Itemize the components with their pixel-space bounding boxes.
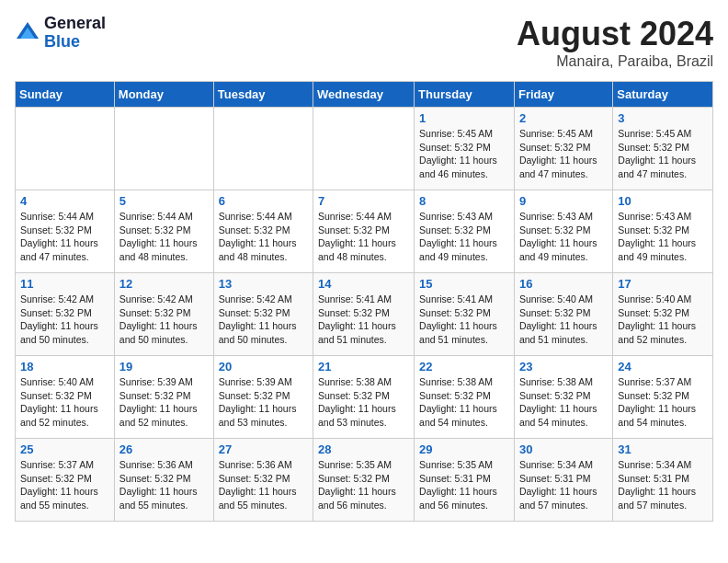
day-info: Sunrise: 5:35 AMSunset: 5:31 PMDaylight:… — [419, 458, 509, 512]
calendar-cell: 23Sunrise: 5:38 AMSunset: 5:32 PMDayligh… — [514, 356, 612, 439]
calendar-cell — [313, 108, 415, 190]
calendar-cell — [213, 108, 313, 190]
calendar-cell: 13Sunrise: 5:42 AMSunset: 5:32 PMDayligh… — [213, 273, 313, 356]
day-number: 26 — [119, 442, 209, 456]
day-info: Sunrise: 5:41 AMSunset: 5:32 PMDaylight:… — [318, 293, 409, 347]
day-info: Sunrise: 5:44 AMSunset: 5:32 PMDaylight:… — [119, 210, 209, 264]
calendar-cell: 31Sunrise: 5:34 AMSunset: 5:31 PMDayligh… — [613, 439, 713, 522]
day-number: 20 — [219, 360, 308, 373]
calendar-week-row: 25Sunrise: 5:37 AMSunset: 5:32 PMDayligh… — [16, 439, 713, 522]
day-number: 30 — [519, 442, 608, 456]
calendar-table: SundayMondayTuesdayWednesdayThursdayFrid… — [15, 81, 713, 522]
day-info: Sunrise: 5:45 AMSunset: 5:32 PMDaylight:… — [419, 127, 509, 181]
logo-icon — [15, 20, 40, 46]
day-info: Sunrise: 5:42 AMSunset: 5:32 PMDaylight:… — [219, 293, 308, 347]
weekday-header-row: SundayMondayTuesdayWednesdayThursdayFrid… — [16, 82, 713, 108]
weekday-header-monday: Monday — [114, 82, 213, 108]
day-info: Sunrise: 5:36 AMSunset: 5:32 PMDaylight:… — [119, 458, 209, 512]
day-info: Sunrise: 5:42 AMSunset: 5:32 PMDaylight:… — [119, 293, 209, 347]
day-info: Sunrise: 5:40 AMSunset: 5:32 PMDaylight:… — [519, 293, 608, 347]
calendar-cell: 1Sunrise: 5:45 AMSunset: 5:32 PMDaylight… — [415, 108, 515, 190]
day-number: 24 — [618, 360, 708, 373]
calendar-cell: 2Sunrise: 5:45 AMSunset: 5:32 PMDaylight… — [514, 108, 612, 190]
day-info: Sunrise: 5:44 AMSunset: 5:32 PMDaylight:… — [318, 210, 409, 264]
day-number: 5 — [119, 194, 209, 208]
day-number: 9 — [519, 194, 608, 208]
day-info: Sunrise: 5:40 AMSunset: 5:32 PMDaylight:… — [20, 375, 109, 430]
calendar-cell: 20Sunrise: 5:39 AMSunset: 5:32 PMDayligh… — [213, 356, 313, 439]
day-info: Sunrise: 5:35 AMSunset: 5:32 PMDaylight:… — [318, 458, 409, 512]
day-info: Sunrise: 5:45 AMSunset: 5:32 PMDaylight:… — [519, 127, 608, 181]
calendar-cell: 6Sunrise: 5:44 AMSunset: 5:32 PMDaylight… — [213, 190, 313, 273]
day-info: Sunrise: 5:36 AMSunset: 5:32 PMDaylight:… — [219, 458, 308, 512]
logo-general: General — [44, 15, 106, 33]
day-info: Sunrise: 5:45 AMSunset: 5:32 PMDaylight:… — [618, 127, 708, 181]
calendar-cell: 8Sunrise: 5:43 AMSunset: 5:32 PMDaylight… — [415, 190, 515, 273]
day-number: 27 — [219, 442, 308, 456]
day-info: Sunrise: 5:37 AMSunset: 5:32 PMDaylight:… — [20, 458, 109, 512]
day-info: Sunrise: 5:39 AMSunset: 5:32 PMDaylight:… — [219, 375, 308, 430]
month-year-title: August 2024 — [517, 15, 713, 53]
calendar-cell: 14Sunrise: 5:41 AMSunset: 5:32 PMDayligh… — [313, 273, 415, 356]
weekday-header-thursday: Thursday — [415, 82, 515, 108]
day-number: 31 — [618, 442, 708, 456]
calendar-cell: 19Sunrise: 5:39 AMSunset: 5:32 PMDayligh… — [114, 356, 213, 439]
day-info: Sunrise: 5:44 AMSunset: 5:32 PMDaylight:… — [219, 210, 308, 264]
day-info: Sunrise: 5:44 AMSunset: 5:32 PMDaylight:… — [20, 210, 109, 264]
logo-blue: Blue — [44, 33, 106, 52]
calendar-cell: 3Sunrise: 5:45 AMSunset: 5:32 PMDaylight… — [613, 108, 713, 190]
day-info: Sunrise: 5:43 AMSunset: 5:32 PMDaylight:… — [419, 210, 509, 264]
day-number: 23 — [519, 360, 608, 373]
day-info: Sunrise: 5:38 AMSunset: 5:32 PMDaylight:… — [419, 375, 509, 430]
day-number: 10 — [618, 194, 708, 208]
weekday-header-wednesday: Wednesday — [313, 82, 415, 108]
title-block: August 2024 Manaira, Paraiba, Brazil — [517, 15, 713, 70]
day-number: 6 — [219, 194, 308, 208]
calendar-week-row: 4Sunrise: 5:44 AMSunset: 5:32 PMDaylight… — [16, 190, 713, 273]
day-number: 16 — [519, 277, 608, 291]
day-number: 15 — [419, 277, 509, 291]
calendar-cell: 25Sunrise: 5:37 AMSunset: 5:32 PMDayligh… — [16, 439, 115, 522]
logo: General Blue — [15, 15, 106, 52]
calendar-cell: 27Sunrise: 5:36 AMSunset: 5:32 PMDayligh… — [213, 439, 313, 522]
day-info: Sunrise: 5:34 AMSunset: 5:31 PMDaylight:… — [618, 458, 708, 512]
weekday-header-friday: Friday — [514, 82, 612, 108]
day-number: 22 — [419, 360, 509, 373]
day-number: 12 — [119, 277, 209, 291]
weekday-header-tuesday: Tuesday — [213, 82, 313, 108]
calendar-cell: 17Sunrise: 5:40 AMSunset: 5:32 PMDayligh… — [613, 273, 713, 356]
day-info: Sunrise: 5:43 AMSunset: 5:32 PMDaylight:… — [618, 210, 708, 264]
calendar-cell: 12Sunrise: 5:42 AMSunset: 5:32 PMDayligh… — [114, 273, 213, 356]
calendar-cell: 10Sunrise: 5:43 AMSunset: 5:32 PMDayligh… — [613, 190, 713, 273]
calendar-cell: 21Sunrise: 5:38 AMSunset: 5:32 PMDayligh… — [313, 356, 415, 439]
calendar-cell: 9Sunrise: 5:43 AMSunset: 5:32 PMDaylight… — [514, 190, 612, 273]
day-number: 13 — [219, 277, 308, 291]
calendar-cell: 15Sunrise: 5:41 AMSunset: 5:32 PMDayligh… — [415, 273, 515, 356]
day-number: 8 — [419, 194, 509, 208]
calendar-cell: 4Sunrise: 5:44 AMSunset: 5:32 PMDaylight… — [16, 190, 115, 273]
calendar-week-row: 1Sunrise: 5:45 AMSunset: 5:32 PMDaylight… — [16, 108, 713, 190]
logo-text: General Blue — [44, 15, 106, 52]
day-number: 2 — [519, 111, 608, 125]
calendar-cell: 5Sunrise: 5:44 AMSunset: 5:32 PMDaylight… — [114, 190, 213, 273]
day-number: 3 — [618, 111, 708, 125]
calendar-week-row: 18Sunrise: 5:40 AMSunset: 5:32 PMDayligh… — [16, 356, 713, 439]
day-number: 14 — [318, 277, 409, 291]
calendar-week-row: 11Sunrise: 5:42 AMSunset: 5:32 PMDayligh… — [16, 273, 713, 356]
calendar-cell: 24Sunrise: 5:37 AMSunset: 5:32 PMDayligh… — [613, 356, 713, 439]
day-number: 1 — [419, 111, 509, 125]
calendar-cell — [16, 108, 115, 190]
day-number: 28 — [318, 442, 409, 456]
calendar-cell: 30Sunrise: 5:34 AMSunset: 5:31 PMDayligh… — [514, 439, 612, 522]
calendar-cell: 16Sunrise: 5:40 AMSunset: 5:32 PMDayligh… — [514, 273, 612, 356]
day-number: 21 — [318, 360, 409, 373]
calendar-cell — [114, 108, 213, 190]
day-number: 19 — [119, 360, 209, 373]
day-number: 25 — [20, 442, 109, 456]
day-info: Sunrise: 5:43 AMSunset: 5:32 PMDaylight:… — [519, 210, 608, 264]
location-subtitle: Manaira, Paraiba, Brazil — [517, 53, 713, 70]
weekday-header-saturday: Saturday — [613, 82, 713, 108]
day-number: 18 — [20, 360, 109, 373]
day-number: 7 — [318, 194, 409, 208]
calendar-cell: 22Sunrise: 5:38 AMSunset: 5:32 PMDayligh… — [415, 356, 515, 439]
